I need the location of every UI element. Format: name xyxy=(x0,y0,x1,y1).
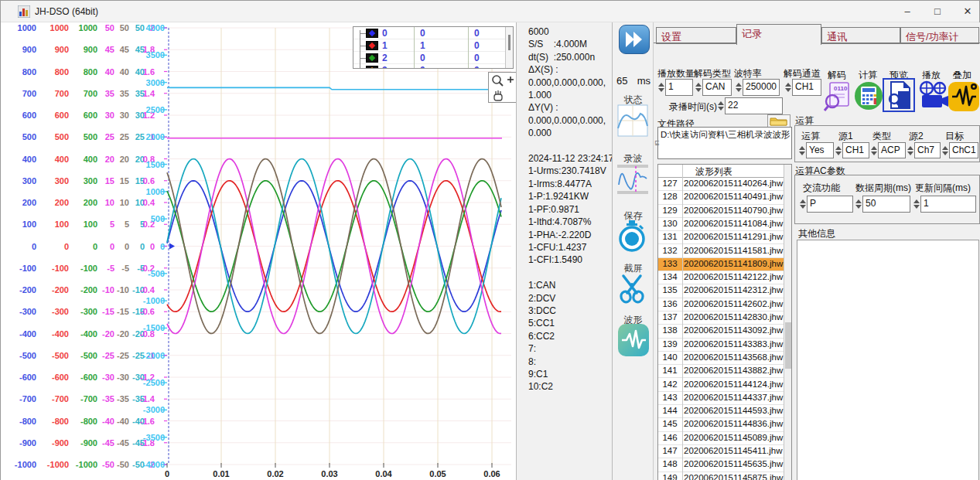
operation-spinner-3[interactable]: Ch7 xyxy=(907,142,941,158)
tab-record[interactable]: 记录 xyxy=(736,24,821,45)
file-list-row[interactable]: 136 20200620151142602.jhw xyxy=(658,298,785,311)
record-wave-icon[interactable] xyxy=(617,162,648,197)
legend-row-1[interactable]: 110 xyxy=(353,39,505,52)
file-list-header: 波形列表 xyxy=(658,165,785,178)
file-list-row[interactable]: 140 20200620151143568.jhw xyxy=(658,352,785,365)
file-list-row[interactable]: 131 20200620151141291.jhw xyxy=(658,231,785,244)
measurement-readouts: 6000 S/S :4.000M dt(S) :250.000n ΔX(S) :… xyxy=(528,26,612,393)
plot-legend[interactable]: 000 110 200 300 xyxy=(353,26,514,69)
window-title: JH-DSO (64bit) xyxy=(35,6,98,17)
waveform-plot[interactable] xyxy=(1,22,516,480)
folder-icon xyxy=(768,115,790,127)
operation-groupbox: 运算 Yes源1 CH1类型 ACP源2 Ch7目标 ChC1 xyxy=(794,125,980,162)
operation-spinner-0[interactable]: Yes xyxy=(798,142,834,158)
legend-channel-id: 1 xyxy=(382,40,388,51)
legend-separator xyxy=(468,27,469,69)
status-waveform-icon[interactable] xyxy=(617,103,648,138)
file-name: 20200620151145875.jhw xyxy=(684,473,783,480)
maximize-button[interactable]: □ xyxy=(922,1,953,22)
operation-col-label-4: 目标 xyxy=(945,130,964,143)
file-index: 131 xyxy=(658,232,681,241)
file-list-row[interactable]: 146 20200620151145089.jhw xyxy=(658,432,785,445)
x-tick-label: 0.06 xyxy=(483,469,500,478)
file-list-scrollbar[interactable] xyxy=(784,165,791,480)
browse-folder-button[interactable] xyxy=(767,114,790,128)
x-tick-label: 0.05 xyxy=(429,469,446,478)
file-name: 20200620151141809.jhw xyxy=(684,259,783,268)
stopwatch-icon[interactable] xyxy=(617,219,647,253)
legend-scrollbar[interactable] xyxy=(505,27,513,69)
file-list-row[interactable]: 142 20200620151144124.jhw xyxy=(658,379,785,392)
oscilloscope-plot-panel: 10009008007006005004003002001000-100-200… xyxy=(1,22,516,480)
file-list-row[interactable]: 141 20200620151143882.jhw xyxy=(658,365,785,378)
waveform-icon[interactable] xyxy=(617,323,650,357)
overlay-wave-icon[interactable] xyxy=(948,80,978,111)
file-path-box[interactable]: D:\快速访问资料\三相机录波波形 xyxy=(657,127,792,159)
file-list-row[interactable]: 132 20200620151141581.jhw xyxy=(658,245,785,258)
file-name: 20200620151142312.jhw xyxy=(684,285,783,294)
other-info-box[interactable] xyxy=(797,240,979,480)
file-list-row[interactable]: 145 20200620151144836.jhw xyxy=(658,418,785,431)
file-list-row[interactable]: 135 20200620151142312.jhw xyxy=(658,284,785,298)
operation-spinner-2[interactable]: ACP xyxy=(870,142,906,158)
file-name: 20200620151140790.jhw xyxy=(684,206,783,215)
ac-param-spinner-0[interactable]: P xyxy=(799,196,853,213)
file-list-row[interactable]: 128 20200620151140491.jhw xyxy=(658,191,785,204)
legend-marker-diamond xyxy=(369,55,375,61)
tab-settings[interactable]: 设置 xyxy=(656,27,736,44)
file-list-row[interactable]: 149 20200620151145875.jhw xyxy=(658,472,785,480)
movie-camera-icon[interactable] xyxy=(917,80,947,111)
file-list-row[interactable]: 143 20200620151144337.jhw xyxy=(658,392,785,405)
field-spinner-2[interactable]: 250000 xyxy=(735,79,780,96)
file-list-row[interactable]: 130 20200620151141084.jhw xyxy=(658,218,785,231)
decode-magnifier-icon[interactable]: 0110 xyxy=(823,80,852,111)
ac-param-spinner-1[interactable]: 50 xyxy=(855,196,910,213)
file-list-row[interactable]: 138 20200620151143092.jhw xyxy=(658,325,785,338)
measurement-info-panel: 6000 S/S :4.000M dt(S) :250.000n ΔX(S) :… xyxy=(516,22,612,480)
field-spinner-1[interactable]: CAN xyxy=(695,79,732,96)
legend-marker-chip xyxy=(366,66,378,69)
record-time-spinner[interactable]: 22 xyxy=(717,97,783,114)
close-button[interactable]: ✕ xyxy=(952,1,980,22)
legend-row-0[interactable]: 000 xyxy=(353,27,505,39)
file-name: 20200620151145635.jhw xyxy=(684,459,783,468)
operation-spinner-1[interactable]: CH1 xyxy=(835,142,869,158)
calculator-icon[interactable] xyxy=(854,80,883,111)
file-index: 132 xyxy=(658,246,681,255)
waveform-file-list[interactable]: 波形列表 127 20200620151140264.jhw128 202006… xyxy=(657,164,792,480)
tab-signal-power[interactable]: 信号/功率计 xyxy=(900,27,979,44)
fast-forward-button[interactable] xyxy=(619,25,650,54)
file-index: 141 xyxy=(658,366,681,375)
field-spinner-0[interactable]: 1 xyxy=(657,79,693,96)
legend-value-2: 0 xyxy=(474,65,480,69)
ac-param-spinner-2[interactable]: 1 xyxy=(913,196,976,213)
file-list-row[interactable]: 144 20200620151144593.jhw xyxy=(658,405,785,418)
file-list-row[interactable]: 137 20200620151142830.jhw xyxy=(658,311,785,325)
file-list-row[interactable]: 127 20200620151140264.jhw xyxy=(658,178,785,191)
legend-row-3[interactable]: 300 xyxy=(353,64,505,69)
file-list-row[interactable]: 139 20200620151143383.jhw xyxy=(658,339,785,352)
file-list-row[interactable]: 148 20200620151145635.jhw xyxy=(658,458,785,471)
legend-value-2: 0 xyxy=(474,53,480,63)
scissors-icon[interactable] xyxy=(617,271,647,305)
file-index: 127 xyxy=(658,179,681,188)
file-index: 136 xyxy=(658,299,681,308)
file-index: 129 xyxy=(658,206,681,215)
pan-hand-icon[interactable] xyxy=(489,88,517,104)
x-tick-label: 0.02 xyxy=(267,469,283,478)
ac-params-groupbox: 交流功能 P数据周期(ms) 50更新间隔(ms) 1 xyxy=(794,175,980,224)
file-list-row[interactable]: 129 20200620151140790.jhw xyxy=(658,205,785,218)
plot-tools-box xyxy=(488,72,517,103)
file-index: 133 xyxy=(658,259,681,268)
tab-comm[interactable]: 通讯 xyxy=(821,27,900,44)
legend-marker-diamond xyxy=(369,67,375,69)
operation-spinner-4[interactable]: ChC1 xyxy=(941,142,978,158)
file-list-row[interactable]: 147 20200620151145411.jhw xyxy=(658,445,785,458)
file-list-row[interactable]: 133 20200620151141809.jhw xyxy=(658,258,785,271)
minimize-button[interactable]: – xyxy=(892,1,923,22)
file-name: 20200620151144124.jhw xyxy=(684,380,783,389)
field-spinner-3[interactable]: CH1 xyxy=(784,79,821,96)
zoom-in-icon[interactable] xyxy=(489,73,517,88)
legend-row-2[interactable]: 200 xyxy=(353,52,505,64)
file-list-row[interactable]: 134 20200620151142122.jhw xyxy=(658,271,785,284)
